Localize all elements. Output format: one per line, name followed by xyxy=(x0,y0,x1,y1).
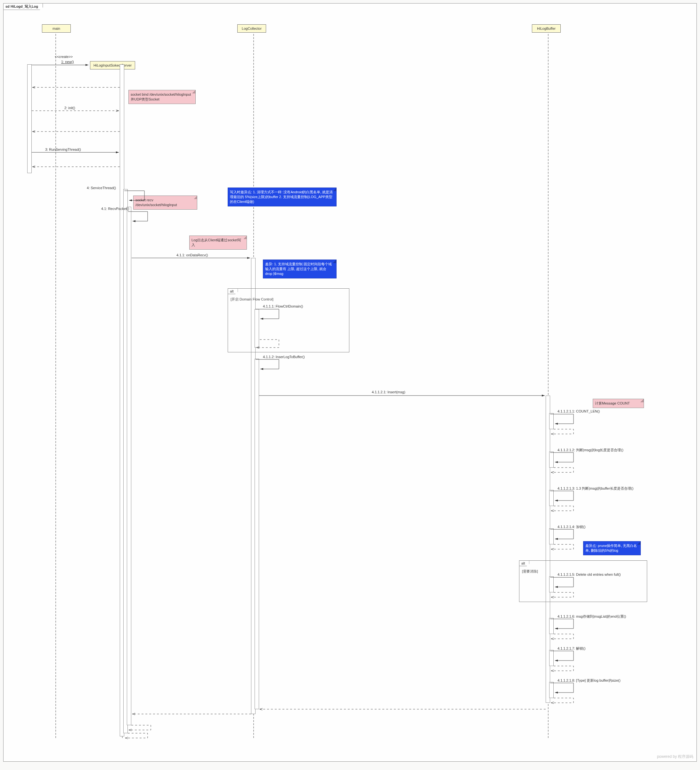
lifeline-buffer: HiLogBuffer xyxy=(532,24,561,32)
msg-inserlog: 4.1.1.2: InserLogToBuffer() xyxy=(263,355,305,359)
frame-name: HiLogd_写入Log xyxy=(11,5,38,8)
lifeline-collector: LogCollector xyxy=(237,24,266,32)
msg-insert: 4.1.1.2.1: Insert(msg) xyxy=(372,390,405,394)
activation-buffer-c4 xyxy=(549,528,554,544)
activation-buffer-c8 xyxy=(549,682,554,698)
msg-checkbuf: 4.1.1.2.1.3: 1.3 判断|msg|的buffer长度是否合理() xyxy=(557,486,634,491)
msg-unlock: 4.1.1.2.1.7: 解锁() xyxy=(557,646,585,651)
msg-new: 1: new() xyxy=(61,60,74,64)
sequence-frame: sd HiLogd_写入Log main HiLogInputSokectSer… xyxy=(3,3,697,762)
alt-guard: [开启 Domain Flow Control] xyxy=(230,297,274,302)
watermark: powered by 程序源码 xyxy=(657,754,693,759)
msg-countlen: 4.1.1.2.1.1: COUNT_LEN() xyxy=(557,409,600,413)
msg-init: 2: init() xyxy=(64,106,75,110)
activation-collector-3 xyxy=(254,359,259,709)
note-client-write: Log日志从Client端通过socket写入 xyxy=(189,236,247,250)
note-domain: 差异: 1. 支持域流量控制 固定时间段每个域输入的流量有 上限, 超过这个上限… xyxy=(263,260,337,278)
msg-runservingthread: 3: RunServingThread() xyxy=(45,147,81,151)
msg-flowctrldomain: 4.1.1.1: FlowCtrlDomain() xyxy=(263,304,303,308)
alt-domain-flow: alt [开启 Domain Flow Control] xyxy=(228,288,349,353)
activation-buffer-c1 xyxy=(549,413,554,429)
activation-server-3 xyxy=(127,207,131,725)
note-diff: 写入时差异点: 1. 清理方式不一样: 没有Android的白黑名单, 就是清理… xyxy=(228,188,337,206)
note-prune: 差异点: prune操作简单, 无黑白名 单, 删除旧的5%的log xyxy=(583,541,641,555)
alt-label: alt xyxy=(228,289,238,294)
arrows-layer xyxy=(3,3,697,762)
note-socket-recv: socket recv /dev/unix/socket/hilogInput xyxy=(133,196,197,210)
alt-label-2: alt xyxy=(519,561,529,566)
activation-buffer-c2 xyxy=(549,451,554,467)
lifeline-main: main xyxy=(42,24,71,32)
msg-create-stereotype: <<create>> xyxy=(55,55,73,58)
note-count: 计算Message COUNT xyxy=(593,399,644,408)
lifeline-server: HiLogInputSokectServer xyxy=(90,61,135,70)
msg-checklog: 4.1.1.2.1.2: 判断|msg|的log长度是否合理() xyxy=(557,448,624,453)
msg-store: 4.1.1.2.1.6: msg存储到|msgList|的end位置() xyxy=(557,614,626,619)
msg-updatesize: 4.1.1.2.1.8: [Type] 更新log buffer的size() xyxy=(557,678,621,683)
msg-lock: 4.1.1.2.1.4: 加锁() xyxy=(557,524,585,529)
activation-buffer-c3 xyxy=(549,490,554,506)
activation-buffer-c7 xyxy=(549,650,554,666)
activation-main xyxy=(27,64,32,173)
msg-ondatarecv: 4.1.1: onDataRecv() xyxy=(177,253,208,257)
msg-recvpacket: 4.1: RecvPacket() xyxy=(101,207,129,210)
msg-delete: 4.1.1.2.1.5: Delete old entries when ful… xyxy=(557,573,621,576)
msg-servicethread: 4: ServiceThread() xyxy=(87,186,116,190)
activation-buffer-c6 xyxy=(549,618,554,634)
note-socket-bind: socket bind /dev/unix/socket/hilogInput … xyxy=(128,90,196,104)
alt-prune: alt [需要清除] xyxy=(519,560,647,602)
alt-guard-2: [需要清除] xyxy=(522,569,538,574)
frame-title: sd HiLogd_写入Log xyxy=(3,3,43,10)
lifeline-line-main xyxy=(55,34,56,738)
frame-prefix: sd xyxy=(5,5,10,8)
